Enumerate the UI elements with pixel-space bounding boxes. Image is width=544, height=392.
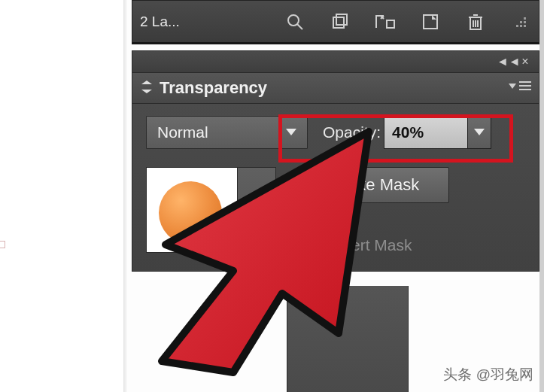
panel-collapse-icon[interactable]: ◄◄: [497, 55, 512, 68]
layers-count-label: 2 La...: [140, 14, 180, 30]
panel-title: Transparency: [160, 78, 267, 98]
mask-controls: Make Mask Clip Invert Mask: [305, 167, 449, 254]
mask-thumbnail[interactable]: [237, 168, 275, 252]
svg-line-1: [297, 24, 302, 29]
svg-rect-12: [524, 25, 526, 27]
artboard-handle[interactable]: [0, 241, 5, 248]
blend-opacity-row: Normal Opacity: 40%: [146, 116, 525, 149]
dock-column: [287, 286, 409, 392]
svg-rect-17: [524, 17, 526, 20]
svg-marker-18: [141, 81, 152, 84]
artboard-edge: [123, 0, 128, 392]
svg-rect-15: [516, 25, 518, 27]
svg-marker-24: [286, 129, 296, 135]
make-mask-button[interactable]: Make Mask: [305, 167, 449, 203]
watermark-text: 头条 @羽兔网: [443, 365, 533, 384]
svg-rect-14: [524, 21, 526, 23]
chevron-down-icon: [281, 117, 301, 148]
svg-marker-25: [474, 129, 485, 135]
new-sublayer-icon[interactable]: [330, 11, 351, 32]
panel-tab-bar: ◄◄ ×: [132, 50, 539, 72]
trash-icon[interactable]: [465, 11, 486, 32]
clip-label: Clip: [330, 211, 357, 229]
panel-body: Normal Opacity: 40%: [132, 104, 539, 272]
svg-marker-19: [141, 90, 152, 93]
circle-shape-icon: [159, 181, 222, 245]
mask-row: Make Mask Clip Invert Mask: [146, 167, 525, 254]
transparency-panel: ◄◄ × Transparency Normal: [132, 50, 539, 272]
svg-marker-20: [509, 84, 516, 89]
opacity-input[interactable]: 40%: [384, 116, 491, 149]
svg-rect-2: [333, 17, 344, 28]
chevron-down-icon[interactable]: [467, 116, 491, 149]
svg-rect-13: [520, 25, 522, 27]
window-right-edge: [539, 0, 544, 392]
svg-rect-5: [424, 15, 437, 29]
blend-mode-value: Normal: [157, 123, 208, 141]
invert-checkbox[interactable]: [305, 236, 323, 254]
locate-object-icon[interactable]: [375, 11, 396, 32]
svg-point-0: [288, 15, 299, 26]
panel-menu-icon[interactable]: [509, 81, 531, 91]
invert-label: Invert Mask: [330, 236, 412, 254]
layers-panel-footer: 2 La...: [132, 0, 539, 44]
invert-checkbox-row[interactable]: Invert Mask: [305, 236, 449, 254]
svg-rect-4: [387, 20, 394, 28]
resize-grip-icon[interactable]: [510, 11, 531, 32]
make-mask-label: Make Mask: [335, 175, 419, 195]
blend-mode-dropdown[interactable]: Normal: [146, 116, 308, 149]
panel-close-icon[interactable]: ×: [518, 55, 533, 68]
new-layer-icon[interactable]: [420, 11, 441, 32]
object-thumbnail[interactable]: [147, 168, 237, 252]
thumbnail-pair: [146, 167, 276, 253]
layers-footer-icons: [202, 11, 531, 32]
panel-title-row[interactable]: Transparency: [132, 72, 539, 104]
clip-checkbox-row[interactable]: Clip: [305, 211, 449, 229]
artboard-area: [0, 0, 128, 392]
expand-toggle-icon[interactable]: [141, 81, 152, 96]
opacity-group: Opacity: 40%: [323, 116, 491, 149]
search-icon[interactable]: [284, 11, 305, 32]
svg-rect-3: [336, 14, 347, 25]
svg-rect-16: [520, 21, 522, 23]
clip-checkbox[interactable]: [305, 211, 323, 229]
opacity-label: Opacity:: [323, 123, 381, 141]
opacity-value: 40%: [392, 123, 424, 141]
